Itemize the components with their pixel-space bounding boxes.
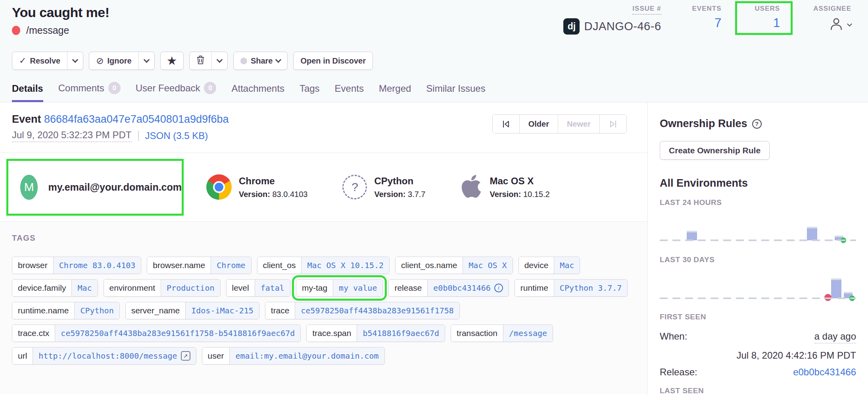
newer-event-button[interactable]: Newer <box>558 115 599 133</box>
tag-value-link[interactable]: Mac <box>71 280 97 296</box>
tag-value-link[interactable]: CPython <box>74 302 119 319</box>
tag-device: deviceMac <box>518 257 580 274</box>
error-level-dot <box>12 26 20 35</box>
tag-value-link[interactable]: fatal <box>255 280 290 296</box>
info-icon[interactable]: i <box>494 284 503 292</box>
tab-label: Comments <box>58 83 104 94</box>
bookmark-button[interactable]: ★ <box>161 52 183 70</box>
tab-similar-issues[interactable]: Similar Issues <box>426 83 485 102</box>
tab-user-feedback[interactable]: User Feedback0 <box>136 82 217 102</box>
older-event-button[interactable]: Older <box>519 115 558 133</box>
tab-badge: 0 <box>108 82 121 94</box>
last-seen-label: LAST SEEN <box>660 386 856 394</box>
tag-value-link[interactable]: ce5978250aff4438ba283e91561f1758-b541881… <box>55 325 300 342</box>
tag-value-link[interactable]: Mac OS X <box>463 257 512 274</box>
ownership-rules-title: Ownership Rules <box>660 118 747 130</box>
stat-assignee: ASSIGNEE <box>813 5 851 33</box>
oldest-event-button[interactable] <box>493 115 519 133</box>
ignore-button-group: ⊘ Ignore <box>89 52 154 70</box>
tag-value-link[interactable]: Chrome 83.0.4103 <box>53 257 141 274</box>
open-in-discover-button[interactable]: Open in Discover <box>293 52 373 70</box>
first-seen-release-link[interactable]: e0b0bc431466 <box>793 367 856 378</box>
tag-value-link[interactable]: http://localhost:8000/message↗ <box>33 348 196 364</box>
assignee-label: ASSIGNEE <box>813 5 851 13</box>
tag-key: runtime <box>515 280 554 296</box>
create-ownership-rule-button[interactable]: Create Ownership Rule <box>660 141 770 160</box>
tag-value: Chrome <box>217 261 245 270</box>
tag-trace: tracece5978250aff4438ba283e91561f1758 <box>265 302 460 319</box>
chart-bar <box>844 292 853 298</box>
tag-value-link[interactable]: Mac OS X 10.15.2 <box>301 257 389 274</box>
delete-dropdown-button[interactable] <box>211 52 227 70</box>
last-30-days-label: LAST 30 DAYS <box>660 255 856 264</box>
tab-events[interactable]: Events <box>335 83 364 102</box>
tag-server_name: server_nameIdos-iMac-215 <box>125 302 259 319</box>
action-toolbar: ✓ Resolve ⊘ Ignore ★ <box>12 52 373 70</box>
tag-key: trace <box>265 302 295 319</box>
event-id-link[interactable]: 86684fa63aa047e7a0540801a9d9f6ba <box>44 113 229 125</box>
tag-value-link[interactable]: Production <box>161 280 220 296</box>
environments-title: All Environments <box>660 177 856 189</box>
ignore-label: Ignore <box>107 56 131 66</box>
tag-value-link[interactable]: Idos-iMac-215 <box>185 302 259 319</box>
first-seen-label: FIRST SEEN <box>660 313 856 321</box>
tab-merged[interactable]: Merged <box>379 83 411 102</box>
tags-section: TAGS browserChrome 83.0.4103browser.name… <box>0 222 647 394</box>
tag-value: fatal <box>261 283 284 293</box>
tag-value-link[interactable]: my value <box>333 280 382 296</box>
tab-attachments[interactable]: Attachments <box>231 83 284 102</box>
release-label: Release: <box>660 367 697 378</box>
tag-value-link[interactable]: /message <box>503 325 553 342</box>
tab-comments[interactable]: Comments0 <box>58 82 121 102</box>
tag-client_os.name: client_os.nameMac OS X <box>395 257 513 274</box>
tag-value-link[interactable]: ce5978250aff4438ba283e91561f1758 <box>295 302 459 319</box>
chevron-down-icon <box>217 57 223 63</box>
tag-key: level <box>227 280 255 296</box>
tag-value-link[interactable]: email:my.email@your.domain.com <box>229 348 384 364</box>
tag-value-link[interactable]: e0b0bc431466i <box>427 280 509 296</box>
help-icon[interactable]: ? <box>752 119 762 129</box>
assignee-dropdown[interactable] <box>829 17 851 33</box>
resolve-dropdown-button[interactable] <box>67 52 83 70</box>
share-status-dot <box>240 58 247 64</box>
tag-value: http://localhost:8000/message <box>38 351 177 361</box>
unknown-runtime-icon: ? <box>342 175 367 199</box>
external-link-icon[interactable]: ↗ <box>181 351 190 361</box>
ignore-button[interactable]: ⊘ Ignore <box>89 52 138 70</box>
event-header: Event 86684fa63aa047e7a0540801a9d9f6ba J… <box>0 102 647 153</box>
tab-details[interactable]: Details <box>12 83 43 102</box>
json-download-link[interactable]: JSON (3.5 KB) <box>145 130 208 141</box>
tag-value-link[interactable]: b5418816f9aec67d <box>357 325 445 342</box>
first-seen-relative: a day ago <box>814 331 856 344</box>
tab-tags[interactable]: Tags <box>300 83 320 102</box>
runtime-version: 3.7.7 <box>408 190 425 199</box>
tab-label: Tags <box>300 83 320 94</box>
tag-value-link[interactable]: Chrome <box>211 257 251 274</box>
tag-value: Mac OS X <box>469 261 507 270</box>
tag-user: useremail:my.email@your.domain.com <box>202 347 385 365</box>
tag-value: CPython <box>80 306 113 315</box>
tab-badge: 0 <box>204 82 216 94</box>
tag-key: browser.name <box>147 257 211 274</box>
tag-key: release <box>389 280 427 296</box>
issue-header: You caught me! /message ISSUE # dj DJANG… <box>0 0 868 102</box>
browser-name: Chrome <box>239 176 307 187</box>
latest-event-button[interactable] <box>599 115 626 133</box>
events-count-link[interactable]: 7 <box>714 16 721 30</box>
tag-value-link[interactable]: Mac <box>554 257 580 274</box>
tag-value: Mac OS X 10.15.2 <box>307 261 384 270</box>
tag-runtime: runtimeCPython 3.7.7 <box>515 279 628 297</box>
resolve-button[interactable]: ✓ Resolve <box>12 52 67 70</box>
divider <box>138 131 139 141</box>
tag-device.family: device.familyMac <box>12 279 98 297</box>
tag-value-link[interactable]: CPython 3.7.7 <box>554 280 628 296</box>
user-email: my.email@your.domain.com <box>48 182 182 193</box>
users-count-link[interactable]: 1 <box>773 16 780 30</box>
ignore-dropdown-button[interactable] <box>138 52 154 70</box>
tag-value: e0b0bc431466 <box>433 283 491 293</box>
issue-stats: ISSUE # dj DJANGO-46-6 EVENTS 7 USERS 1 … <box>563 5 851 35</box>
delete-button[interactable] <box>190 52 211 70</box>
when-label: When: <box>660 331 687 342</box>
share-button[interactable]: Share <box>233 52 288 70</box>
tag-browser: browserChrome 83.0.4103 <box>12 257 141 274</box>
